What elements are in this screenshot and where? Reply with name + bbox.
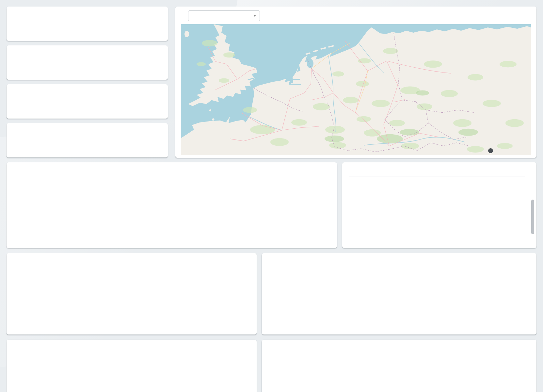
map-attribution-icon[interactable] <box>488 148 493 153</box>
map-land <box>181 24 531 155</box>
kpi-card-successful-routings <box>7 7 168 41</box>
unroutable-orders-chart <box>268 264 366 313</box>
kpi-card-unroutable-fallback <box>7 84 168 119</box>
reroute-ratios-card <box>262 340 536 392</box>
number-of-reroutes-chart <box>12 350 110 392</box>
map-display-select[interactable] <box>188 10 260 21</box>
successful-routings-bar-chart <box>14 170 112 219</box>
kpi-card-routings-with-splits <box>7 123 168 157</box>
routings-with-splits-card <box>7 253 257 335</box>
table-header <box>349 168 525 176</box>
unroutable-orders-card <box>262 253 536 335</box>
kpi-card-total-reroutes <box>7 45 168 80</box>
facility-map-card <box>175 7 536 158</box>
table-scrollbar[interactable] <box>531 192 534 245</box>
successful-routings-chart-card <box>7 162 337 248</box>
facility-map-header <box>181 10 531 21</box>
facility-map[interactable] <box>181 24 531 155</box>
number-of-reroutes-card <box>7 340 257 392</box>
kpi-column <box>7 7 168 158</box>
successful-routings-table-card <box>342 162 536 248</box>
routings-with-splits-chart <box>12 264 110 313</box>
chevron-down-icon <box>253 15 256 17</box>
dashboard-page <box>0 0 543 392</box>
map-canvas <box>181 24 531 155</box>
table-scrollbar-thumb[interactable] <box>531 200 534 234</box>
reroute-ratios-chart <box>268 350 366 392</box>
